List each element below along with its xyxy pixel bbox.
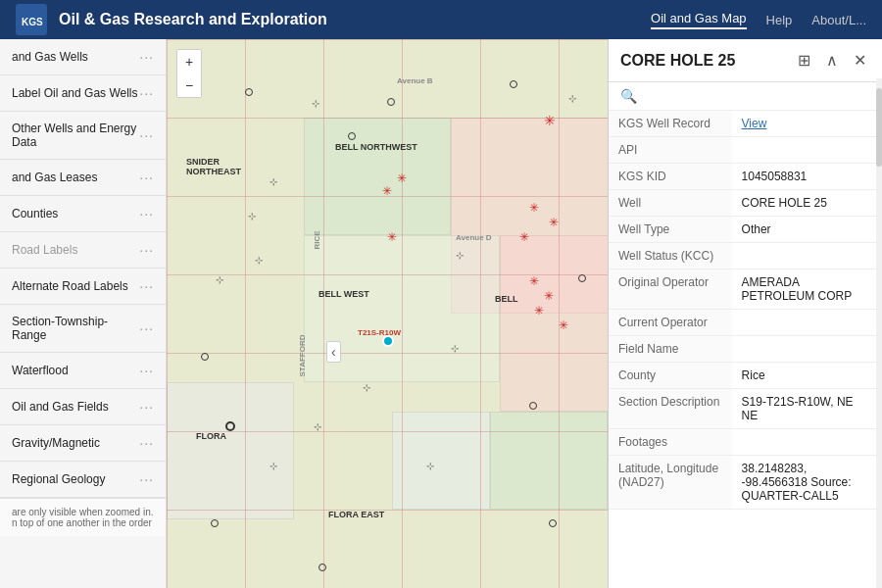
sidebar-dots-icon[interactable]: ··· — [139, 49, 154, 65]
sidebar-label: Waterflood — [12, 364, 139, 377]
sidebar-dots-icon[interactable]: ··· — [139, 363, 154, 378]
popup-field-value-2: 1045058831 — [732, 164, 882, 190]
popup-body[interactable]: KGS Well RecordViewAPIKGS KID1045058831W… — [609, 111, 882, 588]
sidebar-item-counties[interactable]: Counties ··· — [0, 196, 166, 232]
popup-field-value-12: 38.2148283, -98.4566318 Source: QUARTER-… — [732, 456, 882, 510]
popup-field-label-7: Current Operator — [609, 310, 732, 336]
sidebar-item-oil-gas-fields[interactable]: Oil and Gas Fields ··· — [0, 389, 166, 425]
map-area[interactable]: SNIDERNORTHEAST BELL NORTHWEST BELL WEST… — [167, 39, 882, 588]
popup-field-value-8 — [732, 336, 882, 363]
svg-text:KGS: KGS — [22, 17, 43, 27]
popup-row-9: CountyRice — [609, 363, 882, 389]
popup-row-3: WellCORE HOLE 25 — [609, 190, 882, 217]
popup-field-label-1: API — [609, 137, 732, 164]
sidebar-item-gravity[interactable]: Gravity/Magnetic ··· — [0, 425, 166, 462]
popup-field-label-6: Original Operator — [609, 270, 732, 310]
sidebar-label: Other Wells and Energy Data — [12, 122, 139, 149]
sidebar-dots-icon[interactable]: ··· — [139, 399, 154, 415]
popup-field-label-4: Well Type — [609, 217, 732, 243]
popup-print-button[interactable]: ⊞ — [794, 49, 814, 72]
nav-oil-gas-map[interactable]: Oil and Gas Map — [651, 11, 747, 29]
scrollbar-thumb — [876, 88, 882, 167]
map-well-symbol-13 — [201, 353, 209, 361]
sidebar-dots-icon[interactable]: ··· — [139, 435, 154, 451]
popup-title: CORE HOLE 25 — [620, 52, 735, 70]
sidebar-dots-icon[interactable]: ··· — [139, 170, 154, 185]
panel-collapse-arrow[interactable]: ‹ — [326, 341, 341, 363]
popup-actions: ⊞ ∧ ✕ — [794, 49, 870, 72]
header-left: KGS Oil & Gas Research and Exploration — [16, 4, 327, 35]
popup-panel: CORE HOLE 25 ⊞ ∧ ✕ 🔍 KGS Well RecordView… — [608, 39, 882, 588]
sidebar-item-other-wells[interactable]: Other Wells and Energy Data ··· — [0, 112, 166, 160]
sidebar-item-oil-gas-wells[interactable]: and Gas Wells ··· — [0, 39, 166, 75]
popup-field-label-0: KGS Well Record — [609, 111, 732, 137]
map-well-symbol-5 — [387, 98, 395, 106]
popup-header: CORE HOLE 25 ⊞ ∧ ✕ — [609, 39, 882, 82]
sidebar-item-gas-leases[interactable]: and Gas Leases ··· — [0, 160, 166, 196]
popup-field-label-12: Latitude, Longitude (NAD27) — [609, 456, 732, 510]
popup-row-1: API — [609, 137, 882, 164]
sidebar-item-alt-road-labels[interactable]: Alternate Road Labels ··· — [0, 269, 166, 305]
sidebar-dots-icon[interactable]: ··· — [139, 471, 154, 487]
popup-collapse-button[interactable]: ∧ — [822, 49, 842, 72]
popup-row-5: Well Status (KCC) — [609, 243, 882, 270]
header: KGS Oil & Gas Research and Exploration O… — [0, 0, 882, 39]
popup-field-value-1 — [732, 137, 882, 164]
main-layout: and Gas Wells ··· Label Oil and Gas Well… — [0, 39, 882, 588]
map-well-symbol-19 — [318, 564, 326, 571]
sidebar-label: and Gas Wells — [12, 50, 139, 64]
sidebar-item-waterflood[interactable]: Waterflood ··· — [0, 353, 166, 389]
sidebar-item-section-township[interactable]: Section-Township-Range ··· — [0, 305, 166, 353]
sidebar-dots-icon[interactable]: ··· — [139, 85, 154, 101]
zoom-out-button[interactable]: − — [177, 74, 201, 97]
popup-row-4: Well TypeOther — [609, 217, 882, 243]
popup-field-value-6: AMERADA PETROLEUM CORP — [732, 270, 882, 310]
popup-field-value-7 — [732, 310, 882, 336]
popup-field-label-3: Well — [609, 190, 732, 217]
sidebar-item-label-wells[interactable]: Label Oil and Gas Wells ··· — [0, 75, 166, 112]
sidebar-dots-icon[interactable]: ··· — [139, 320, 154, 336]
map-well-symbol-15 — [211, 519, 219, 527]
popup-row-6: Original OperatorAMERADA PETROLEUM CORP — [609, 270, 882, 310]
sidebar-dots-icon[interactable]: ··· — [139, 127, 154, 143]
popup-row-8: Field Name — [609, 336, 882, 363]
map-well-symbol-14 — [529, 402, 537, 410]
popup-row-0: KGS Well RecordView — [609, 111, 882, 137]
popup-field-label-2: KGS KID — [609, 164, 732, 190]
scrollbar-track — [876, 78, 882, 588]
sidebar-dots-icon[interactable]: ··· — [139, 242, 154, 258]
sidebar-label: Alternate Road Labels — [12, 279, 139, 293]
popup-row-12: Latitude, Longitude (NAD27)38.2148283, -… — [609, 456, 882, 510]
map-well-symbol-9 — [578, 274, 586, 282]
sidebar-dots-icon[interactable]: ··· — [139, 278, 154, 294]
sidebar-label: and Gas Leases — [12, 171, 139, 184]
map-well-symbol-3 — [348, 132, 356, 140]
nav-about[interactable]: About/L... — [811, 13, 866, 27]
sidebar-label: Label Oil and Gas Wells — [12, 86, 139, 100]
zoom-in-button[interactable]: + — [177, 50, 201, 74]
sidebar-label: Gravity/Magnetic — [12, 436, 139, 450]
sidebar-label: Road Labels — [12, 243, 139, 257]
map-well-symbol-1 — [510, 80, 517, 88]
map-zoom-controls: + − — [176, 49, 202, 98]
popup-row-7: Current Operator — [609, 310, 882, 336]
sidebar-label: Oil and Gas Fields — [12, 400, 139, 414]
popup-field-value-5 — [732, 243, 882, 270]
popup-field-value-3: CORE HOLE 25 — [732, 190, 882, 217]
popup-field-label-5: Well Status (KCC) — [609, 243, 732, 270]
header-title: Oil & Gas Research and Exploration — [59, 11, 327, 28]
sidebar-item-road-labels[interactable]: Road Labels ··· — [0, 232, 166, 269]
sidebar-item-regional-geology[interactable]: Regional Geology ··· — [0, 462, 166, 498]
sidebar-label: Regional Geology — [12, 472, 139, 486]
map-flora-dot — [225, 421, 235, 431]
popup-field-label-10: Section Description — [609, 389, 732, 429]
popup-close-button[interactable]: ✕ — [850, 49, 870, 72]
sidebar-note: are only visible when zoomed in. n top o… — [0, 498, 166, 536]
map-well-symbol-16 — [549, 519, 557, 527]
popup-search-row: 🔍 — [609, 82, 882, 111]
nav-help[interactable]: Help — [766, 13, 793, 27]
sidebar-dots-icon[interactable]: ··· — [139, 206, 154, 221]
popup-field-value-4: Other — [732, 217, 882, 243]
popup-field-value-0[interactable]: View — [732, 111, 882, 137]
sidebar-label: Section-Township-Range — [12, 315, 139, 342]
